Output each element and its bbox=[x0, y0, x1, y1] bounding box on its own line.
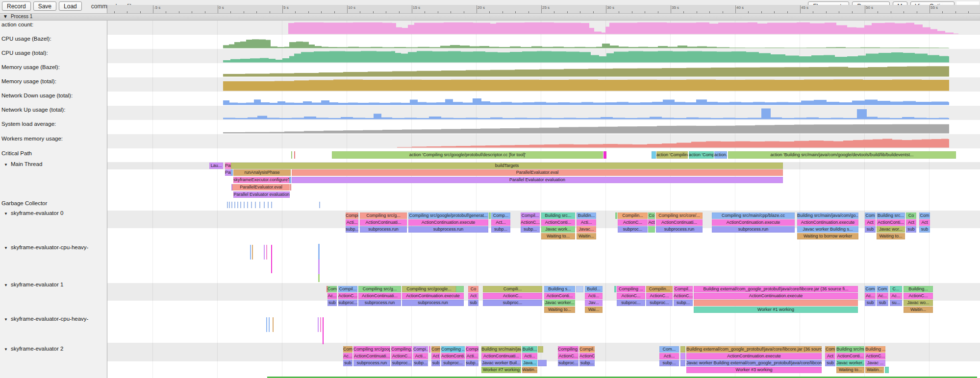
trace-block-evaluator2-r2[interactable]: ActionConti... bbox=[441, 353, 465, 359]
trace-block-evaluator1-r4[interactable]: Worker #1 working bbox=[694, 307, 858, 313]
trace-block-garbage-collector[interactable] bbox=[247, 202, 248, 208]
trace-block-evaluator0-r1[interactable]: Co bbox=[906, 213, 916, 219]
sidebar-item-skyframe-evaluator-0[interactable]: ▼skyframe-evaluator 0 bbox=[0, 210, 106, 216]
sidebar-item-skyframe-evaluator-2[interactable]: ▼skyframe-evaluator 2 bbox=[0, 346, 106, 352]
trace-block-evaluator2-r1[interactable]: Com... bbox=[659, 346, 679, 353]
trace-block-evaluator2-r4[interactable]: Worker #7 working bbox=[481, 367, 521, 373]
trace-block-critical-path[interactable]: action 'Compiling src/google/protobuf/de… bbox=[332, 151, 603, 159]
trace-block-evaluator0-r3[interactable]: sub bbox=[865, 226, 876, 233]
sidebar-item-skyframe-evaluator-cpu-heavy[interactable]: ▼skyframe-evaluator-cpu-heavy- bbox=[0, 316, 106, 322]
trace-block-evaluator1-r1[interactable]: C... bbox=[890, 286, 902, 292]
trace-block-evaluator0-r2[interactable]: ActionContinuati... bbox=[360, 219, 407, 226]
trace-block-evaluator1-r3[interactable]: subproc... bbox=[617, 300, 645, 306]
trace-block-main-thread-3[interactable]: Parallel Evaluator evaluation bbox=[292, 177, 783, 183]
trace-block-evaluator1-r3[interactable]: subp... bbox=[674, 300, 693, 306]
trace-block-evaluator0-r1[interactable]: Building src... bbox=[541, 213, 575, 219]
trace-block-evaluator0-r1[interactable] bbox=[489, 213, 491, 219]
trace-block-evaluator0-r3[interactable]: Javac wor... bbox=[877, 226, 905, 233]
trace-block-evaluator0-r3[interactable]: subprocess.run bbox=[656, 226, 703, 233]
trace-block-evaluator2-r4[interactable]: Waiting to... bbox=[836, 367, 864, 373]
trace-block-garbage-collector[interactable] bbox=[271, 202, 272, 208]
trace-block-evaluator2-r3[interactable]: Javac ... bbox=[865, 360, 885, 366]
trace-block-evaluator0-r3[interactable]: subp... bbox=[491, 226, 510, 233]
trace-block-evaluator0-r3[interactable]: subprocess.run bbox=[712, 226, 795, 233]
trace-block-evaluator0-r4[interactable]: Waiting to... bbox=[541, 233, 575, 239]
trace-block-evaluator0-r1[interactable]: Co bbox=[648, 213, 655, 219]
trace-block-evaluator1-r3[interactable]: sub bbox=[327, 300, 337, 306]
trace-block-garbage-collector[interactable] bbox=[237, 202, 238, 208]
event-sliver[interactable] bbox=[273, 317, 274, 332]
trace-block-evaluator1-r3[interactable]: Javac wo... bbox=[904, 300, 933, 306]
collapse-arrow-icon[interactable]: ▼ bbox=[4, 212, 8, 216]
trace-block-evaluator2-r2[interactable]: ActionC... bbox=[579, 353, 595, 359]
trace-block-evaluator1-r2[interactable]: Ac... bbox=[890, 293, 902, 299]
trace-block-evaluator2-r1[interactable]: Compil... bbox=[579, 346, 595, 353]
trace-block-evaluator1-r3[interactable] bbox=[694, 300, 858, 306]
trace-block-evaluator2-r1[interactable]: Building src/ma... bbox=[836, 346, 864, 353]
event-sliver[interactable] bbox=[318, 244, 320, 260]
trace-block-evaluator2-r3[interactable]: Javac worker Building external/com_googl… bbox=[686, 360, 822, 366]
trace-block-evaluator1-r3[interactable]: Javac worker... bbox=[544, 300, 575, 306]
collapse-arrow-icon[interactable]: ▼ bbox=[4, 283, 8, 287]
process-header[interactable]: ▼Process 1 bbox=[0, 13, 980, 21]
event-sliver[interactable] bbox=[318, 260, 320, 274]
trace-block-evaluator2-r1[interactable]: Com bbox=[825, 346, 835, 353]
trace-block-evaluator1-r2[interactable]: ActionConti... bbox=[544, 293, 575, 299]
trace-block-critical-path[interactable]: action... bbox=[714, 151, 727, 159]
trace-block-garbage-collector[interactable] bbox=[264, 202, 265, 208]
event-sliver[interactable] bbox=[266, 245, 267, 260]
trace-block-evaluator2-r3[interactable]: sub bbox=[343, 360, 352, 366]
trace-block-evaluator2-r1[interactable]: Compiling src/google... bbox=[353, 346, 390, 353]
trace-block-evaluator2-r1[interactable]: Compil... bbox=[466, 346, 478, 353]
trace-block-evaluator1-r3[interactable]: sub bbox=[877, 300, 888, 306]
trace-block-evaluator2-r2[interactable]: ActionContinuation.execute bbox=[686, 353, 822, 359]
trace-block-evaluator0-r2[interactable]: ActionC... bbox=[521, 219, 540, 226]
trace-block-evaluator2-r2[interactable]: Act bbox=[431, 353, 440, 359]
trace-block-evaluator2-r3[interactable]: subp... bbox=[579, 360, 595, 366]
trace-block-evaluator1-r2[interactable]: ActionC... bbox=[646, 293, 673, 299]
trace-block-evaluator2-r2[interactable]: ActionC... bbox=[865, 353, 885, 359]
load-button[interactable]: Load bbox=[59, 1, 82, 11]
trace-block-evaluator2-r1[interactable]: Compiling... bbox=[391, 346, 412, 353]
trace-block-evaluator2-r3[interactable]: Javac worker... bbox=[836, 360, 864, 366]
trace-block-evaluator2-r3[interactable]: Javac worker Buil... bbox=[481, 360, 521, 366]
event-sliver[interactable] bbox=[250, 245, 251, 260]
trace-block-evaluator1-r1[interactable]: Com bbox=[327, 286, 337, 292]
trace-block-evaluator2-r1[interactable]: Building src/main/jav... bbox=[481, 346, 521, 353]
trace-block-garbage-collector[interactable] bbox=[240, 202, 241, 208]
trace-block-evaluator2-r1[interactable] bbox=[429, 346, 430, 353]
trace-block-evaluator0-r3[interactable]: sub bbox=[919, 226, 930, 233]
trace-block-evaluator0-r1[interactable]: Com bbox=[919, 213, 930, 219]
trace-block-evaluator0-r1[interactable]: Comp... bbox=[491, 213, 510, 219]
trace-block-evaluator0-r2[interactable]: ActionContinuati... bbox=[656, 219, 703, 226]
trace-block-evaluator1-r1[interactable]: Com bbox=[865, 286, 876, 292]
trace-block-evaluator2-r3[interactable]: subproc... bbox=[441, 360, 465, 366]
trace-block-evaluator1-r4[interactable]: Waiting to... bbox=[544, 307, 575, 313]
trace-block-evaluator2-r4[interactable]: Waitin... bbox=[522, 367, 537, 373]
trace-block-evaluator1-r3[interactable]: subproc... bbox=[338, 300, 357, 306]
trace-block-evaluator0-r2[interactable]: Act... bbox=[491, 219, 510, 226]
trace-block-critical-path[interactable] bbox=[291, 151, 292, 159]
trace-block-evaluator2-r3[interactable]: subp... bbox=[659, 360, 679, 366]
event-sliver[interactable] bbox=[318, 317, 319, 332]
trace-block-evaluator1-r1[interactable]: Building s... bbox=[544, 286, 575, 292]
trace-block-evaluator0-r2[interactable]: Act bbox=[648, 219, 655, 226]
trace-block-evaluator0-r3[interactable]: subprocess.run bbox=[360, 226, 407, 233]
trace-block-evaluator1-r4[interactable]: Waitin... bbox=[904, 307, 933, 313]
trace-block-evaluator2-r1[interactable] bbox=[680, 346, 685, 353]
sidebar-item-skyframe-evaluator-cpu-heavy[interactable]: ▼skyframe-evaluator-cpu-heavy- bbox=[0, 244, 106, 250]
trace-block-evaluator0-r2[interactable]: ActionContinuation.execute bbox=[408, 219, 488, 226]
trace-block-evaluator0-r3[interactable]: subprocess.run bbox=[408, 226, 488, 233]
trace-block-evaluator0-r2[interactable]: ActionC... bbox=[618, 219, 648, 226]
trace-block-evaluator0-r3[interactable]: Javac worker Building s... bbox=[797, 226, 858, 233]
trace-block-evaluator0-r2[interactable]: ActionContinuation.execute bbox=[712, 219, 795, 226]
trace-block-evaluator1-r2[interactable]: Ac... bbox=[865, 293, 876, 299]
trace-block-evaluator0-r3[interactable] bbox=[648, 226, 655, 233]
trace-block-evaluator1-r1[interactable] bbox=[614, 286, 616, 292]
trace-block-evaluator0-r1[interactable]: Com bbox=[865, 213, 876, 219]
trace-block-evaluator2-r2[interactable]: ActionContinuati... bbox=[481, 353, 521, 359]
save-button[interactable]: Save bbox=[33, 1, 56, 11]
trace-block-main-thread-3[interactable]: skyframeExecutor.configureTargets bbox=[233, 177, 289, 183]
event-sliver[interactable] bbox=[269, 317, 270, 332]
trace-block-critical-path[interactable]: action 'Compili... bbox=[689, 151, 714, 159]
